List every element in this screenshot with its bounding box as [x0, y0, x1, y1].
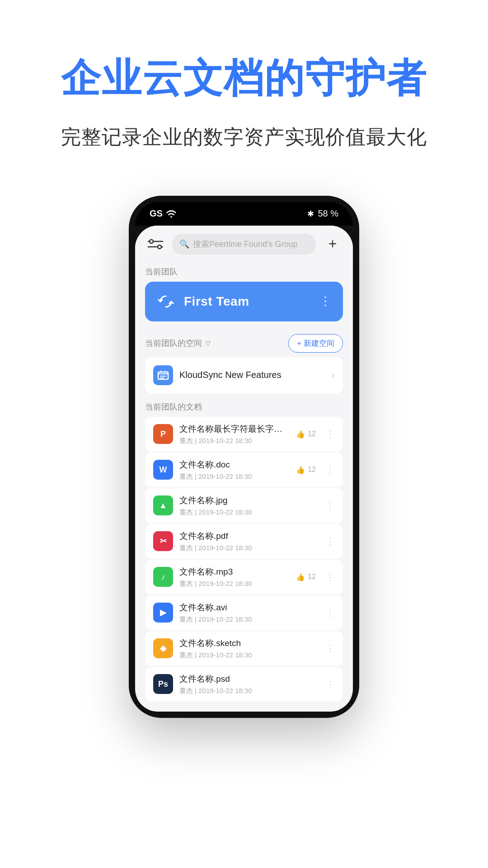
file-icon-sketch: ◆ [153, 638, 173, 658]
file-more-icon[interactable]: ⋮ [326, 643, 335, 654]
team-refresh-icon [156, 292, 176, 311]
new-space-button[interactable]: + 新建空间 [288, 334, 343, 353]
file-stats: 👍12 [296, 466, 316, 474]
file-info: 文件名称.sketch董杰 | 2019-10-22 18:30 [179, 637, 310, 660]
like-icon: 👍 [296, 466, 305, 474]
status-bar: GS ✱ 58 % [135, 202, 353, 226]
space-item-name: KloudSync New Features [179, 370, 325, 380]
file-meta: 董杰 | 2019-10-22 18:30 [179, 687, 310, 695]
filter-button[interactable] [145, 234, 166, 255]
file-meta: 董杰 | 2019-10-22 18:30 [179, 508, 310, 517]
file-info: 文件名称最长字符最长字符最长...ppt董杰 | 2019-10-22 18:3… [179, 423, 290, 445]
file-more-icon[interactable]: ⋮ [326, 571, 335, 582]
file-icon-avi: ▶ [153, 603, 173, 623]
file-info: 文件名称.mp3董杰 | 2019-10-22 18:30 [179, 566, 290, 588]
top-bar: 🔍 搜索Peertime Found's Group + [135, 226, 353, 261]
status-right: ✱ 58 % [307, 208, 338, 219]
file-stats: 👍12 [296, 573, 316, 581]
phone-screen: 🔍 搜索Peertime Found's Group + 当前团队 [135, 226, 353, 712]
file-item[interactable]: Ps文件名称.psd董杰 | 2019-10-22 18:30⋮ [145, 667, 343, 702]
file-item[interactable]: ▲文件名称.jpg董杰 | 2019-10-22 18:30⋮ [145, 488, 343, 523]
file-item[interactable]: W文件名称.doc董杰 | 2019-10-22 18:30👍12⋮ [145, 453, 343, 487]
file-icon-mp3: ♪ [153, 567, 173, 587]
team-card[interactable]: First Team ⋮ [145, 282, 343, 321]
page-container: 企业云文档的守护者 完整记录企业的数字资产实现价值最大化 GS [0, 0, 488, 868]
docs-section-label: 当前团队的文档 [135, 394, 353, 417]
file-meta: 董杰 | 2019-10-22 18:30 [179, 580, 290, 588]
file-icon-doc: W [153, 460, 173, 480]
add-button[interactable]: + [322, 234, 343, 255]
file-meta: 董杰 | 2019-10-22 18:30 [179, 437, 290, 445]
file-more-icon[interactable]: ⋮ [326, 607, 335, 618]
wifi-icon [166, 210, 176, 217]
status-left: GS [150, 208, 176, 219]
search-icon: 🔍 [179, 239, 189, 249]
search-bar[interactable]: 🔍 搜索Peertime Found's Group [172, 234, 316, 255]
file-item[interactable]: ✂文件名称.pdf董杰 | 2019-10-22 18:30⋮ [145, 524, 343, 559]
bluetooth-icon: ✱ [307, 209, 314, 219]
file-name: 文件名称.doc [179, 459, 290, 471]
file-meta: 董杰 | 2019-10-22 18:30 [179, 651, 310, 660]
app-content: 🔍 搜索Peertime Found's Group + 当前团队 [135, 226, 353, 712]
file-info: 文件名称.psd董杰 | 2019-10-22 18:30 [179, 673, 310, 695]
file-list: P文件名称最长字符最长字符最长...ppt董杰 | 2019-10-22 18:… [135, 417, 353, 702]
like-count: 12 [308, 430, 316, 438]
file-more-icon[interactable]: ⋮ [326, 679, 335, 689]
file-info: 文件名称.doc董杰 | 2019-10-22 18:30 [179, 459, 290, 481]
file-name: 文件名称.sketch [179, 637, 310, 649]
file-info: 文件名称.pdf董杰 | 2019-10-22 18:30 [179, 530, 310, 552]
space-header: 当前团队的空间 ▽ + 新建空间 [135, 330, 353, 357]
space-item[interactable]: KloudSync New Features › [145, 357, 343, 393]
battery-text: 58 % [318, 208, 338, 219]
phone-frame: GS ✱ 58 % [129, 196, 359, 718]
file-name: 文件名称.psd [179, 673, 310, 685]
search-placeholder: 搜索Peertime Found's Group [193, 239, 298, 250]
hero-subtitle: 完整记录企业的数字资产实现价值最大化 [61, 124, 427, 151]
space-section-label: 当前团队的空间 ▽ [145, 338, 211, 349]
phone-notch [206, 202, 282, 218]
file-item[interactable]: P文件名称最长字符最长字符最长...ppt董杰 | 2019-10-22 18:… [145, 417, 343, 452]
file-icon-pdf: ✂ [153, 531, 173, 551]
file-more-icon[interactable]: ⋮ [326, 536, 335, 547]
like-count: 12 [308, 573, 316, 581]
like-count: 12 [308, 466, 316, 474]
file-item[interactable]: ◆文件名称.sketch董杰 | 2019-10-22 18:30⋮ [145, 631, 343, 666]
file-name: 文件名称.mp3 [179, 566, 290, 578]
file-more-icon[interactable]: ⋮ [326, 500, 335, 511]
file-more-icon[interactable]: ⋮ [326, 429, 335, 439]
like-icon: 👍 [296, 430, 305, 439]
file-item[interactable]: ▶文件名称.avi董杰 | 2019-10-22 18:30⋮ [145, 595, 343, 630]
file-icon-ppt: P [153, 424, 173, 444]
like-icon: 👍 [296, 573, 305, 581]
file-name: 文件名称.pdf [179, 530, 310, 542]
file-meta: 董杰 | 2019-10-22 18:30 [179, 544, 310, 552]
current-team-label: 当前团队 [135, 261, 353, 282]
file-name: 文件名称.avi [179, 602, 310, 613]
file-info: 文件名称.avi董杰 | 2019-10-22 18:30 [179, 602, 310, 624]
team-more-icon[interactable]: ⋮ [319, 294, 332, 308]
file-meta: 董杰 | 2019-10-22 18:30 [179, 472, 290, 481]
space-item-icon [153, 365, 173, 385]
file-item[interactable]: ♪文件名称.mp3董杰 | 2019-10-22 18:30👍12⋮ [145, 560, 343, 594]
file-icon-jpg: ▲ [153, 495, 173, 515]
hero-title: 企业云文档的守护者 [61, 54, 427, 102]
phone-wrapper: GS ✱ 58 % [129, 196, 359, 718]
file-more-icon[interactable]: ⋮ [326, 464, 335, 475]
svg-point-0 [170, 216, 172, 217]
file-info: 文件名称.jpg董杰 | 2019-10-22 18:30 [179, 495, 310, 517]
file-icon-psd: Ps [153, 674, 173, 694]
file-stats: 👍12 [296, 430, 316, 439]
file-meta: 董杰 | 2019-10-22 18:30 [179, 615, 310, 624]
space-item-chevron: › [332, 369, 335, 381]
file-name: 文件名称最长字符最长字符最长...ppt [179, 423, 290, 435]
file-name: 文件名称.jpg [179, 495, 310, 506]
team-name: First Team [184, 294, 311, 309]
filter-down-icon: ▽ [206, 340, 211, 347]
carrier-text: GS [150, 208, 163, 219]
